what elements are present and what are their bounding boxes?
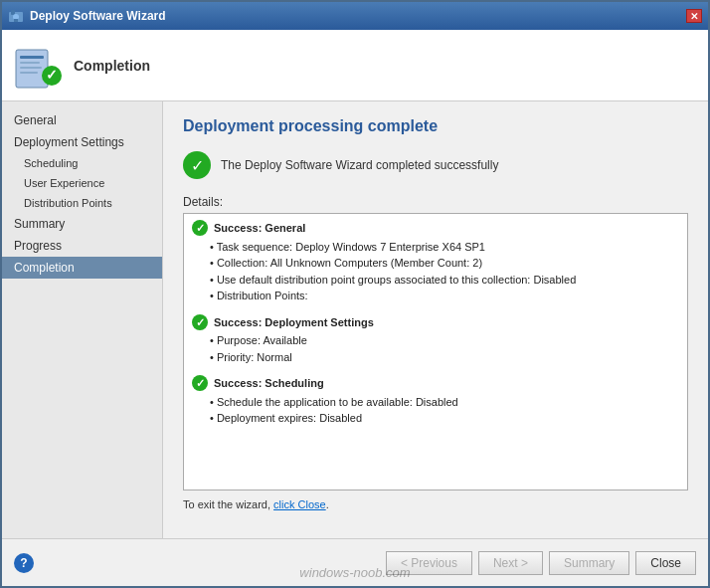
- main-area: General Deployment Settings Scheduling U…: [2, 101, 708, 538]
- check-icon-deployment: ✓: [192, 314, 208, 330]
- sidebar-item-distribution-points[interactable]: Distribution Points: [2, 193, 162, 213]
- close-button[interactable]: Close: [635, 551, 696, 575]
- success-banner: ✓ The Deploy Software Wizard completed s…: [183, 151, 688, 179]
- title-bar: Deploy Software Wizard ✕: [2, 2, 708, 30]
- detail-item: • Schedule the application to be availab…: [192, 394, 679, 411]
- detail-header-general: ✓ Success: General: [192, 220, 679, 237]
- sidebar-item-general[interactable]: General: [2, 109, 162, 131]
- sidebar-item-user-experience[interactable]: User Experience: [2, 173, 162, 193]
- sidebar-item-scheduling[interactable]: Scheduling: [2, 153, 162, 173]
- check-icon-scheduling: ✓: [192, 375, 208, 391]
- svg-text:✓: ✓: [46, 67, 58, 83]
- success-check-icon: ✓: [183, 151, 211, 179]
- svg-rect-7: [20, 67, 42, 69]
- detail-item: • Deployment expires: Disabled: [192, 410, 679, 427]
- summary-button[interactable]: Summary: [549, 551, 629, 575]
- bottom-bar: ? < Previous Next > Summary Close: [2, 538, 708, 586]
- wizard-header-icon: ✓: [14, 42, 62, 90]
- window-icon: [8, 8, 24, 24]
- detail-item: • Priority: Normal: [192, 349, 679, 366]
- window-title: Deploy Software Wizard: [30, 9, 166, 23]
- previous-button[interactable]: < Previous: [386, 551, 472, 575]
- sidebar-item-summary[interactable]: Summary: [2, 213, 162, 235]
- close-window-button[interactable]: ✕: [686, 9, 702, 23]
- click-close-link[interactable]: click Close: [273, 498, 326, 510]
- content-area: Deployment processing complete ✓ The Dep…: [163, 101, 708, 538]
- exit-text: To exit the wizard, click Close.: [183, 498, 688, 510]
- help-button[interactable]: ?: [14, 553, 34, 573]
- sidebar: General Deployment Settings Scheduling U…: [2, 101, 163, 538]
- svg-rect-1: [11, 10, 15, 15]
- detail-section-general: ✓ Success: General • Task sequence: Depl…: [192, 220, 679, 304]
- check-icon-general: ✓: [192, 220, 208, 236]
- detail-item: • Use default distribution point groups …: [192, 272, 679, 289]
- wizard-header-title: Completion: [74, 58, 150, 74]
- detail-item: • Purpose: Available: [192, 332, 679, 349]
- svg-rect-8: [20, 72, 38, 74]
- wizard-header: ✓ Completion: [2, 30, 708, 101]
- svg-rect-3: [14, 19, 18, 22]
- sidebar-item-progress[interactable]: Progress: [2, 235, 162, 257]
- detail-item: • Collection: All Unknown Computers (Mem…: [192, 255, 679, 272]
- svg-rect-6: [20, 62, 40, 64]
- svg-rect-5: [20, 56, 44, 59]
- detail-item: • Distribution Points:: [192, 288, 679, 304]
- nav-buttons: < Previous Next > Summary Close: [386, 551, 696, 575]
- details-box[interactable]: ✓ Success: General • Task sequence: Depl…: [183, 213, 688, 490]
- sidebar-item-completion[interactable]: Completion: [2, 257, 162, 279]
- detail-section-scheduling: ✓ Success: Scheduling • Schedule the app…: [192, 375, 679, 427]
- page-title: Deployment processing complete: [183, 117, 688, 135]
- detail-item: • Task sequence: Deploy Windows 7 Enterp…: [192, 239, 679, 256]
- sidebar-item-deployment-settings[interactable]: Deployment Settings: [2, 131, 162, 153]
- detail-header-scheduling: ✓ Success: Scheduling: [192, 375, 679, 392]
- details-label: Details:: [183, 195, 688, 209]
- detail-header-deployment: ✓ Success: Deployment Settings: [192, 314, 679, 331]
- next-button[interactable]: Next >: [478, 551, 543, 575]
- success-message: The Deploy Software Wizard completed suc…: [221, 158, 498, 172]
- detail-section-deployment: ✓ Success: Deployment Settings • Purpose…: [192, 314, 679, 366]
